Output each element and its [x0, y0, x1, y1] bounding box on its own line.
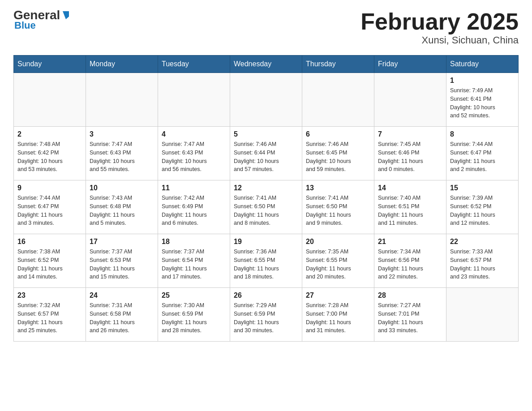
day-number: 18	[162, 238, 226, 246]
day-info: Sunrise: 7:47 AM Sunset: 6:43 PM Dayligh…	[90, 140, 154, 174]
day-number: 7	[378, 130, 442, 138]
day-info: Sunrise: 7:44 AM Sunset: 6:47 PM Dayligh…	[450, 140, 515, 174]
calendar-cell: 22Sunrise: 7:33 AM Sunset: 6:57 PM Dayli…	[446, 234, 519, 288]
day-info: Sunrise: 7:41 AM Sunset: 6:50 PM Dayligh…	[234, 194, 298, 227]
calendar-cell: 12Sunrise: 7:41 AM Sunset: 6:50 PM Dayli…	[230, 180, 302, 234]
logo-blue: Blue	[14, 20, 36, 31]
day-number: 6	[306, 130, 370, 138]
day-info: Sunrise: 7:36 AM Sunset: 6:55 PM Dayligh…	[234, 248, 298, 281]
day-number: 3	[90, 130, 154, 138]
calendar-cell: 9Sunrise: 7:44 AM Sunset: 6:47 PM Daylig…	[14, 180, 86, 234]
calendar-cell: 19Sunrise: 7:36 AM Sunset: 6:55 PM Dayli…	[230, 234, 302, 288]
day-info: Sunrise: 7:48 AM Sunset: 6:42 PM Dayligh…	[17, 140, 82, 174]
calendar-cell: 5Sunrise: 7:46 AM Sunset: 6:44 PM Daylig…	[230, 127, 302, 180]
day-number: 23	[17, 291, 82, 300]
calendar-cell	[302, 73, 374, 127]
day-info: Sunrise: 7:37 AM Sunset: 6:53 PM Dayligh…	[90, 248, 154, 281]
day-number: 27	[306, 291, 370, 300]
calendar-cell	[14, 73, 86, 127]
calendar-week-row: 2Sunrise: 7:48 AM Sunset: 6:42 PM Daylig…	[14, 127, 519, 180]
header-cell-wednesday: Wednesday	[230, 56, 302, 73]
svg-marker-0	[63, 11, 69, 19]
calendar-cell: 24Sunrise: 7:31 AM Sunset: 6:58 PM Dayli…	[86, 288, 158, 342]
calendar-cell: 7Sunrise: 7:45 AM Sunset: 6:46 PM Daylig…	[374, 127, 446, 180]
calendar-table: SundayMondayTuesdayWednesdayThursdayFrid…	[13, 55, 519, 342]
calendar-cell: 25Sunrise: 7:30 AM Sunset: 6:59 PM Dayli…	[158, 288, 230, 342]
day-number: 10	[90, 184, 154, 192]
day-number: 22	[450, 238, 515, 246]
page-header: General Blue February 2025 Xunsi, Sichua…	[13, 9, 519, 46]
day-info: Sunrise: 7:43 AM Sunset: 6:48 PM Dayligh…	[90, 194, 154, 227]
calendar-cell: 8Sunrise: 7:44 AM Sunset: 6:47 PM Daylig…	[446, 127, 519, 180]
header-cell-friday: Friday	[374, 56, 446, 73]
calendar-cell: 17Sunrise: 7:37 AM Sunset: 6:53 PM Dayli…	[86, 234, 158, 288]
day-info: Sunrise: 7:28 AM Sunset: 7:00 PM Dayligh…	[306, 301, 370, 335]
calendar-header-row: SundayMondayTuesdayWednesdayThursdayFrid…	[14, 56, 519, 73]
day-info: Sunrise: 7:40 AM Sunset: 6:51 PM Dayligh…	[378, 194, 442, 227]
day-info: Sunrise: 7:27 AM Sunset: 7:01 PM Dayligh…	[378, 301, 442, 335]
day-number: 4	[162, 130, 226, 138]
calendar-week-row: 9Sunrise: 7:44 AM Sunset: 6:47 PM Daylig…	[14, 180, 519, 234]
day-info: Sunrise: 7:44 AM Sunset: 6:47 PM Dayligh…	[17, 194, 82, 227]
day-number: 9	[17, 184, 82, 192]
header-cell-tuesday: Tuesday	[158, 56, 230, 73]
day-number: 5	[234, 130, 298, 138]
calendar-cell	[158, 73, 230, 127]
day-info: Sunrise: 7:49 AM Sunset: 6:41 PM Dayligh…	[450, 86, 515, 120]
header-cell-monday: Monday	[86, 56, 158, 73]
day-info: Sunrise: 7:37 AM Sunset: 6:54 PM Dayligh…	[162, 248, 226, 281]
calendar-cell: 10Sunrise: 7:43 AM Sunset: 6:48 PM Dayli…	[86, 180, 158, 234]
calendar-week-row: 16Sunrise: 7:38 AM Sunset: 6:52 PM Dayli…	[14, 234, 519, 288]
calendar-cell: 23Sunrise: 7:32 AM Sunset: 6:57 PM Dayli…	[14, 288, 86, 342]
calendar-cell	[446, 288, 519, 342]
day-info: Sunrise: 7:38 AM Sunset: 6:52 PM Dayligh…	[17, 248, 82, 281]
day-number: 21	[378, 238, 442, 246]
day-info: Sunrise: 7:42 AM Sunset: 6:49 PM Dayligh…	[162, 194, 226, 227]
calendar-title: February 2025	[360, 9, 519, 34]
header-cell-thursday: Thursday	[302, 56, 374, 73]
day-info: Sunrise: 7:45 AM Sunset: 6:46 PM Dayligh…	[378, 140, 442, 174]
header-cell-sunday: Sunday	[14, 56, 86, 73]
calendar-cell	[374, 73, 446, 127]
header-cell-saturday: Saturday	[446, 56, 519, 73]
day-number: 28	[378, 291, 442, 300]
calendar-cell	[230, 73, 302, 127]
day-number: 26	[234, 291, 298, 300]
day-info: Sunrise: 7:47 AM Sunset: 6:43 PM Dayligh…	[162, 140, 226, 174]
calendar-subtitle: Xunsi, Sichuan, China	[360, 34, 519, 46]
day-number: 12	[234, 184, 298, 192]
day-info: Sunrise: 7:34 AM Sunset: 6:56 PM Dayligh…	[378, 248, 442, 281]
day-number: 2	[17, 130, 82, 138]
day-info: Sunrise: 7:41 AM Sunset: 6:50 PM Dayligh…	[306, 194, 370, 227]
calendar-cell: 28Sunrise: 7:27 AM Sunset: 7:01 PM Dayli…	[374, 288, 446, 342]
day-info: Sunrise: 7:32 AM Sunset: 6:57 PM Dayligh…	[17, 301, 82, 335]
day-info: Sunrise: 7:33 AM Sunset: 6:57 PM Dayligh…	[450, 248, 515, 281]
day-number: 20	[306, 238, 370, 246]
calendar-cell: 15Sunrise: 7:39 AM Sunset: 6:52 PM Dayli…	[446, 180, 519, 234]
day-number: 15	[450, 184, 515, 192]
calendar-cell	[86, 73, 158, 127]
day-info: Sunrise: 7:46 AM Sunset: 6:45 PM Dayligh…	[306, 140, 370, 174]
day-number: 16	[17, 238, 82, 246]
day-info: Sunrise: 7:29 AM Sunset: 6:59 PM Dayligh…	[234, 301, 298, 335]
day-number: 25	[162, 291, 226, 300]
day-number: 19	[234, 238, 298, 246]
logo: General Blue	[13, 9, 71, 31]
day-info: Sunrise: 7:46 AM Sunset: 6:44 PM Dayligh…	[234, 140, 298, 174]
calendar-cell: 18Sunrise: 7:37 AM Sunset: 6:54 PM Dayli…	[158, 234, 230, 288]
day-number: 13	[306, 184, 370, 192]
calendar-cell: 27Sunrise: 7:28 AM Sunset: 7:00 PM Dayli…	[302, 288, 374, 342]
day-info: Sunrise: 7:31 AM Sunset: 6:58 PM Dayligh…	[90, 301, 154, 335]
calendar-cell: 1Sunrise: 7:49 AM Sunset: 6:41 PM Daylig…	[446, 73, 519, 127]
calendar-week-row: 1Sunrise: 7:49 AM Sunset: 6:41 PM Daylig…	[14, 73, 519, 127]
calendar-cell: 2Sunrise: 7:48 AM Sunset: 6:42 PM Daylig…	[14, 127, 86, 180]
calendar-cell: 11Sunrise: 7:42 AM Sunset: 6:49 PM Dayli…	[158, 180, 230, 234]
calendar-cell: 4Sunrise: 7:47 AM Sunset: 6:43 PM Daylig…	[158, 127, 230, 180]
calendar-cell: 26Sunrise: 7:29 AM Sunset: 6:59 PM Dayli…	[230, 288, 302, 342]
day-number: 24	[90, 291, 154, 300]
day-number: 11	[162, 184, 226, 192]
title-block: February 2025 Xunsi, Sichuan, China	[360, 9, 519, 46]
logo-arrow-icon	[61, 10, 71, 20]
day-info: Sunrise: 7:30 AM Sunset: 6:59 PM Dayligh…	[162, 301, 226, 335]
calendar-cell: 13Sunrise: 7:41 AM Sunset: 6:50 PM Dayli…	[302, 180, 374, 234]
